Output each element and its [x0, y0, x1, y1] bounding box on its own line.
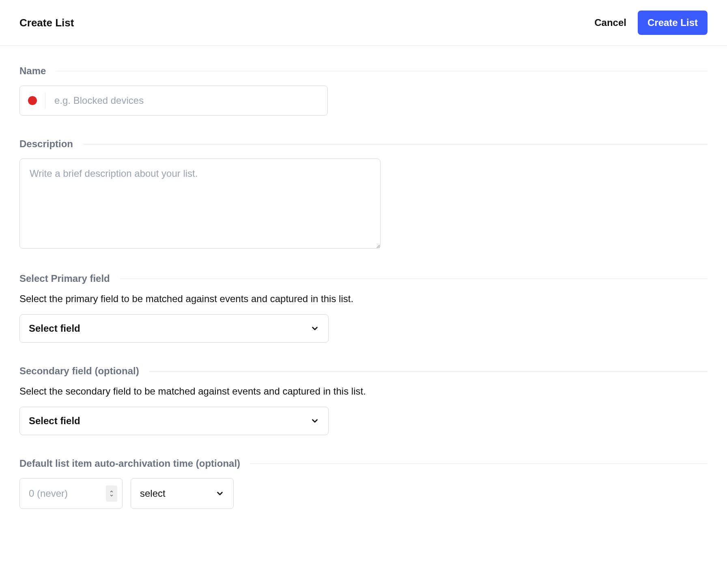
secondary-field-select[interactable]: Select field — [19, 407, 329, 435]
number-stepper-icon[interactable] — [106, 485, 117, 502]
divider — [56, 71, 708, 71]
chevron-down-icon — [310, 324, 319, 333]
color-indicator-icon[interactable] — [28, 96, 37, 105]
archive-unit-select[interactable]: select — [131, 478, 234, 509]
chevron-down-icon — [310, 416, 319, 425]
section-header-name: Name — [19, 65, 708, 77]
section-title-description: Description — [19, 138, 73, 150]
section-header-archive: Default list item auto-archivation time … — [19, 458, 708, 469]
section-title-primary: Select Primary field — [19, 273, 110, 284]
header-actions: Cancel Create List — [594, 11, 708, 35]
divider — [250, 464, 708, 464]
page-header: Create List Cancel Create List — [0, 0, 727, 46]
divider — [45, 92, 45, 109]
secondary-field-help: Select the secondary field to be matched… — [19, 386, 708, 397]
cancel-button[interactable]: Cancel — [594, 17, 626, 28]
secondary-field-select-label: Select field — [29, 415, 80, 427]
section-archive: Default list item auto-archivation time … — [19, 458, 708, 509]
archive-number-input[interactable]: 0 (never) — [19, 478, 123, 509]
section-header-description: Description — [19, 138, 708, 150]
section-primary-field: Select Primary field Select the primary … — [19, 273, 708, 343]
page-title: Create List — [19, 17, 74, 29]
archive-number-placeholder: 0 (never) — [29, 488, 68, 499]
divider — [149, 371, 708, 371]
section-secondary-field: Secondary field (optional) Select the se… — [19, 365, 708, 435]
chevron-down-icon — [215, 489, 224, 498]
description-textarea[interactable] — [19, 159, 381, 249]
primary-field-select-label: Select field — [29, 323, 80, 334]
primary-field-select[interactable]: Select field — [19, 314, 329, 343]
section-title-secondary: Secondary field (optional) — [19, 365, 139, 377]
section-title-archive: Default list item auto-archivation time … — [19, 458, 240, 469]
section-name: Name — [19, 65, 708, 116]
section-title-name: Name — [19, 65, 46, 77]
form-content: Name Description Select Primary field Se… — [0, 46, 727, 533]
create-list-button[interactable]: Create List — [638, 11, 708, 35]
section-header-primary: Select Primary field — [19, 273, 708, 284]
name-input[interactable] — [54, 94, 319, 107]
primary-field-help: Select the primary field to be matched a… — [19, 293, 708, 305]
divider — [120, 279, 708, 279]
section-description: Description — [19, 138, 708, 250]
name-input-container — [19, 86, 328, 116]
archive-unit-label: select — [140, 488, 166, 499]
archive-controls: 0 (never) select — [19, 478, 708, 509]
section-header-secondary: Secondary field (optional) — [19, 365, 708, 377]
divider — [83, 144, 708, 144]
